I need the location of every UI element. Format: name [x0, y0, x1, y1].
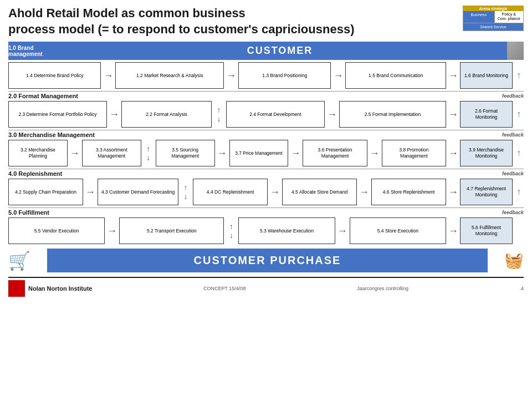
box-3-6: 3.6 Presentation Management	[303, 140, 367, 166]
divider-2	[8, 130, 524, 130]
box-2-5: 2.5 Format Implementation	[339, 101, 446, 128]
box-1-4: 1.4 Determine Brand Policy	[8, 62, 101, 89]
box-2-2: 2.2 Format Analysis	[121, 101, 212, 128]
legend-top-label: Arena strategie	[463, 6, 523, 11]
format-header: 2.0 Format Management feedback	[8, 93, 524, 99]
arrow-3-1: →	[69, 140, 80, 166]
main-title: Ahold Retail Model as common business pr…	[8, 6, 354, 37]
cart-icon: 🛒	[8, 250, 30, 271]
box-3-3: 3.3 Assortment Management	[82, 140, 141, 166]
legend-policy: Policy & Com- pliance	[495, 11, 524, 23]
footer: Nolan Norton Institute CONCEPT 15/4/08 J…	[8, 277, 524, 297]
section-replenishment: 4.0 Replenishment feedback 4.2 Supply Ch…	[8, 170, 524, 205]
arrow-2-3: →	[448, 101, 459, 128]
replen-row: 4.2 Supply Chain Preparation → 4.3 Custo…	[8, 179, 524, 205]
box-2-6: 2.6 Format Monitoring	[460, 101, 513, 128]
fulfil-header: 5.0 Fulfillment feedback	[8, 209, 524, 216]
arrow-5-2: →	[337, 217, 348, 244]
header-section: Ahold Retail Model as common business pr…	[8, 6, 524, 37]
basket-icon: 🧺	[504, 251, 524, 270]
box-5-6: 5.6 Fulfillment Monitoring	[460, 217, 513, 244]
footer-title: Jaarcongres controlling	[357, 286, 408, 291]
arrow-4-3: →	[359, 179, 370, 205]
arrow-3-4: →	[369, 140, 380, 166]
section-brand-management: 1.4 Determine Brand Policy → 1.2 Market …	[8, 62, 524, 89]
merch-boxes: 3.2 Merchandise Planning → 3.3 Assortmen…	[8, 140, 459, 166]
main-container: Ahold Retail Model as common business pr…	[0, 0, 532, 302]
box-3-9: 3.9 Merchandise Monitoring	[460, 140, 513, 166]
box-2-3: 2.3 Determine Format Portfolio Policy	[8, 101, 107, 128]
box-4-6: 4.6 Store Replenishment	[371, 179, 446, 205]
arrow-5-1: →	[106, 217, 117, 244]
arrow-4-2: →	[269, 179, 280, 205]
format-boxes: 2.3 Determine Format Portfolio Policy → …	[8, 101, 459, 128]
section-merchandise-management: 3.0 Merchandise Management feedback 3.2 …	[8, 131, 524, 166]
feedback-4: feedback	[502, 171, 524, 176]
footer-page: .4	[519, 286, 524, 291]
box-3-2: 3.2 Merchandise Planning	[8, 140, 68, 166]
arrow-3-3: →	[290, 140, 301, 166]
box-1-2: 1.2 Market Research & Analysis	[115, 62, 224, 89]
box-3-8: 3.8 Promotion Management	[382, 140, 446, 166]
replen-boxes: 4.2 Supply Chain Preparation → 4.3 Custo…	[8, 179, 459, 205]
footer-concept: CONCEPT 15/4/08	[203, 286, 245, 291]
fulfil-boxes: 5.5 Vendor Execution → 5.2 Transport Exe…	[8, 217, 459, 244]
fulfil-row: 5.5 Vendor Execution → 5.2 Transport Exe…	[8, 217, 524, 244]
box-1-5: 1.5 Brand Communication	[345, 62, 446, 89]
merch-row: 3.2 Merchandise Planning → 3.3 Assortmen…	[8, 140, 524, 166]
divider-3	[8, 169, 524, 169]
arrow-4-1: →	[85, 179, 96, 205]
arrow-1-3: →	[332, 62, 344, 89]
brand-boxes: 1.4 Determine Brand Policy → 1.2 Market …	[8, 62, 459, 89]
feedback-3: feedback	[502, 132, 524, 138]
box-1-6: 1.6 Brand Monitoring	[460, 62, 513, 89]
box-3-7: 3.7 Price Management	[229, 140, 289, 166]
box-1-3: 1.3 Brand Positioning	[238, 62, 331, 89]
footer-logo-text: Nolan Norton Institute	[28, 285, 93, 292]
box-3-5: 3.5 Sourcing Management	[156, 140, 215, 166]
feedback-5: feedback	[502, 210, 524, 215]
legend-block: Arena strategie Business Policy & Com- p…	[463, 6, 524, 31]
section-fulfillment: 5.0 Fulfillment feedback 5.5 Vendor Exec…	[8, 209, 524, 244]
arrow-1-2: →	[226, 62, 237, 89]
format-row: 2.3 Determine Format Portfolio Policy → …	[8, 101, 524, 128]
box-4-4: 4.4 DC Replenishment	[193, 179, 268, 205]
footer-logo: Nolan Norton Institute	[8, 280, 93, 297]
legend-business: Business	[463, 11, 495, 23]
feedback-2: feedback	[502, 93, 524, 99]
brand-row: 1.4 Determine Brand Policy → 1.2 Market …	[8, 62, 524, 89]
arrow-3-5: →	[448, 140, 459, 166]
box-5-2: 5.2 Transport Execution	[119, 217, 224, 244]
purchase-banner: CUSTOMER PURCHASE	[47, 249, 488, 272]
section-format-management: 2.0 Format Management feedback 2.3 Deter…	[8, 93, 524, 128]
purchase-banner-area: 🛒 CUSTOMER PURCHASE 🧺	[8, 249, 524, 272]
box-4-7: 4.7 Replenishment Monitoring	[460, 179, 513, 205]
divider-1	[8, 91, 524, 92]
legend-middle: Business Policy & Com- pliance	[463, 11, 523, 23]
arrow-3-2: →	[217, 140, 228, 166]
arrow-4-4: →	[448, 179, 459, 205]
customer-banner: CUSTOMER	[53, 42, 507, 60]
box-4-3: 4.3 Customer Demand Forecasting	[98, 179, 178, 205]
box-4-2: 4.2 Supply Chain Preparation	[8, 179, 83, 205]
title-block: Ahold Retail Model as common business pr…	[8, 6, 354, 37]
box-5-5: 5.5 Vendor Execution	[8, 217, 105, 244]
arrow-5-3: →	[448, 217, 459, 244]
replen-header: 4.0 Replenishment feedback	[8, 170, 524, 177]
arrow-2-2: →	[326, 101, 337, 128]
box-2-4: 2.4 Format Development	[226, 101, 325, 128]
legend-shared: Shared Service	[463, 23, 523, 31]
arrow-2-1: →	[109, 101, 120, 128]
box-4-5: 4.5 Allocate Store Demand	[282, 179, 357, 205]
merch-header: 3.0 Merchandise Management feedback	[8, 131, 524, 138]
divider-4	[8, 207, 524, 208]
box-5-3: 5.3 Warehouse Execution	[238, 217, 335, 244]
box-5-4: 5.4 Store Execution	[350, 217, 446, 244]
arrow-1-4: →	[448, 62, 459, 89]
logo-square	[8, 280, 25, 297]
logo-name: Nolan Norton Institute	[28, 285, 93, 292]
arrow-1-1: →	[103, 62, 114, 89]
